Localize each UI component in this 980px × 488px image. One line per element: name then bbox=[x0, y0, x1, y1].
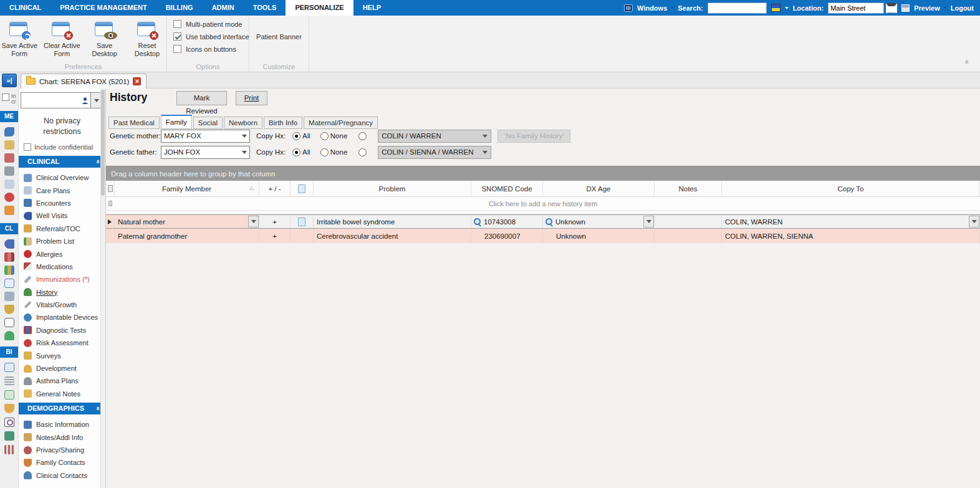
column-header-copy-to[interactable]: Copy To bbox=[722, 181, 980, 196]
close-icon[interactable] bbox=[133, 77, 141, 85]
sidebar-item[interactable]: Basic Information bbox=[24, 418, 105, 431]
column-header-problem[interactable]: Problem bbox=[314, 181, 471, 196]
flag-icon[interactable] bbox=[771, 4, 781, 12]
grid-red-icon[interactable] bbox=[4, 445, 14, 454]
checkbox-icon[interactable] bbox=[24, 143, 31, 151]
ribbon-option[interactable]: Use tabbed interface bbox=[173, 32, 249, 41]
radio-all[interactable] bbox=[292, 132, 300, 140]
stethoscope-icon[interactable] bbox=[4, 239, 14, 249]
sidebar-item[interactable]: Development bbox=[24, 362, 105, 375]
sidebar-item[interactable]: Surveys bbox=[24, 349, 105, 361]
sidebar-item[interactable]: Referrals/TOC bbox=[24, 222, 105, 235]
column-header-family-member[interactable]: Family Member△ bbox=[115, 181, 259, 196]
include-confidential-checkbox[interactable]: Include confidential bbox=[24, 143, 105, 151]
copy-to-cell[interactable]: COLIN, WARREN bbox=[722, 215, 980, 228]
location-input[interactable] bbox=[828, 2, 884, 14]
logout-button[interactable]: Logout bbox=[951, 4, 974, 12]
ribbon-option[interactable]: Icons on buttons bbox=[173, 45, 249, 53]
radio-custom[interactable] bbox=[358, 132, 367, 140]
expand-panel-button[interactable] bbox=[2, 74, 17, 87]
sidebar-item[interactable]: Clinical Overview bbox=[24, 171, 105, 184]
mother-copy-to-select[interactable]: COLIN / WARREN bbox=[378, 130, 491, 143]
page-refresh-icon[interactable] bbox=[4, 390, 14, 399]
section-header-clinical[interactable]: CLINICAL« bbox=[19, 156, 105, 168]
sidebar-item[interactable]: Implantable Devices bbox=[24, 311, 105, 323]
sidebar-item[interactable]: Vitals/Growth bbox=[24, 299, 105, 311]
checkbox-icon[interactable] bbox=[173, 32, 181, 41]
menu-item[interactable]: ADMIN bbox=[203, 0, 244, 16]
ribbon-button[interactable]: Save Active Form bbox=[0, 19, 39, 58]
sidebar-item[interactable]: Risk Assessment bbox=[24, 337, 105, 349]
history-tab[interactable]: Newborn bbox=[224, 117, 262, 129]
dx-age-cell[interactable]: Unknown bbox=[543, 229, 655, 243]
sidebar-item[interactable]: Family Contacts bbox=[24, 456, 105, 469]
list-icon[interactable] bbox=[4, 376, 14, 386]
sidebar-item[interactable]: Encounters bbox=[24, 197, 105, 209]
column-header-snomed[interactable]: SNOMED Code bbox=[471, 181, 543, 196]
column-header-plus-minus[interactable]: + / - bbox=[259, 181, 291, 196]
section-header-demographics[interactable]: DEMOGRAPHICS« bbox=[19, 403, 105, 414]
scan-icon[interactable] bbox=[4, 292, 14, 301]
column-header-dx-age[interactable]: DX Age bbox=[543, 181, 655, 196]
book-icon[interactable] bbox=[4, 363, 14, 372]
checkbox-icon[interactable] bbox=[2, 93, 9, 101]
ribbon-collapse-icon[interactable]: « bbox=[963, 60, 973, 65]
father-copy-to-select[interactable]: COLIN / SIENNA / WARREN bbox=[378, 146, 491, 159]
id-card-icon[interactable] bbox=[4, 279, 14, 288]
menu-item[interactable]: PERSONALIZE bbox=[286, 0, 353, 16]
sidebar-item[interactable]: Immunizations (*) bbox=[24, 273, 105, 285]
menu-item[interactable]: BILLING bbox=[156, 0, 203, 16]
dx-age-cell[interactable]: Unknown bbox=[543, 215, 655, 228]
scrollbar-thumb[interactable] bbox=[101, 90, 105, 196]
menu-item[interactable]: PRACTICE MANAGEMENT bbox=[50, 0, 156, 16]
edge-tab-cl[interactable]: CL bbox=[0, 223, 18, 234]
mark-reviewed-button[interactable]: Mark Reviewed bbox=[176, 91, 227, 105]
shield-icon[interactable] bbox=[4, 305, 14, 314]
flag-dropdown-icon[interactable] bbox=[785, 7, 789, 9]
family-member-cell[interactable]: Paternal grandmother bbox=[115, 229, 259, 243]
chart-multi-icon[interactable] bbox=[4, 266, 14, 275]
sidebar-item[interactable]: General Notes bbox=[24, 388, 105, 400]
preview-button[interactable]: Preview bbox=[914, 4, 940, 12]
fax-icon[interactable] bbox=[4, 166, 14, 176]
feed-icon[interactable] bbox=[4, 206, 14, 215]
location-dropdown-icon[interactable] bbox=[886, 3, 897, 13]
sidebar-item[interactable]: History bbox=[24, 286, 105, 299]
family-member-cell[interactable]: Natural mother bbox=[115, 215, 259, 228]
problem-cell[interactable]: Cerebrovascular accident bbox=[314, 229, 471, 243]
radio-all[interactable] bbox=[292, 148, 300, 156]
lookup-icon[interactable] bbox=[473, 218, 482, 226]
rx-icon[interactable] bbox=[4, 318, 14, 327]
checkbox-icon[interactable] bbox=[173, 45, 181, 53]
radio-none[interactable] bbox=[320, 148, 329, 156]
folder-search-icon[interactable] bbox=[4, 140, 14, 150]
notes-icon-cell[interactable] bbox=[291, 229, 314, 243]
chart-tab[interactable]: Chart: SERENA FOX (5201) bbox=[21, 74, 147, 89]
ribbon-button[interactable]: Reset Desktop bbox=[128, 19, 166, 58]
card-icon[interactable] bbox=[4, 431, 14, 441]
ribbon-option[interactable]: Multi-patient mode bbox=[173, 20, 249, 28]
print-button[interactable]: Print bbox=[236, 91, 267, 105]
menu-item[interactable]: TOOLS bbox=[244, 0, 286, 16]
sidebar-item[interactable]: Asthma Plans bbox=[24, 375, 105, 387]
phone-icon[interactable] bbox=[4, 127, 14, 136]
copy-to-cell[interactable]: COLIN, WARREN, SIENNA bbox=[722, 229, 980, 243]
sidebar-item[interactable]: Allergies bbox=[24, 247, 105, 260]
edge-tab-bi[interactable]: BI bbox=[0, 347, 18, 358]
sidebar-item[interactable]: Clinical Contacts bbox=[24, 469, 105, 482]
history-tab[interactable]: Past Medical bbox=[108, 117, 160, 129]
sidebar-item[interactable]: Diagnostic Tests bbox=[24, 324, 105, 337]
sidebar-item[interactable]: Medications bbox=[24, 261, 105, 273]
notes-cell[interactable] bbox=[655, 215, 722, 228]
thumbs-icon[interactable] bbox=[4, 404, 14, 413]
group-by-bar[interactable]: Drag a column header here to group by th… bbox=[106, 166, 980, 181]
document-icon[interactable] bbox=[4, 179, 14, 189]
radio-none[interactable] bbox=[320, 132, 329, 140]
dropdown-button[interactable] bbox=[248, 216, 259, 227]
history-tab[interactable]: Maternal/Pregnancy bbox=[304, 117, 378, 129]
sidebar-scrollbar[interactable] bbox=[100, 89, 105, 488]
notes-icon-cell[interactable] bbox=[291, 215, 314, 228]
menu-item[interactable]: HELP bbox=[353, 0, 390, 16]
sidebar-item[interactable]: Care Plans bbox=[24, 184, 105, 196]
plus-minus-cell[interactable]: + bbox=[259, 215, 291, 228]
